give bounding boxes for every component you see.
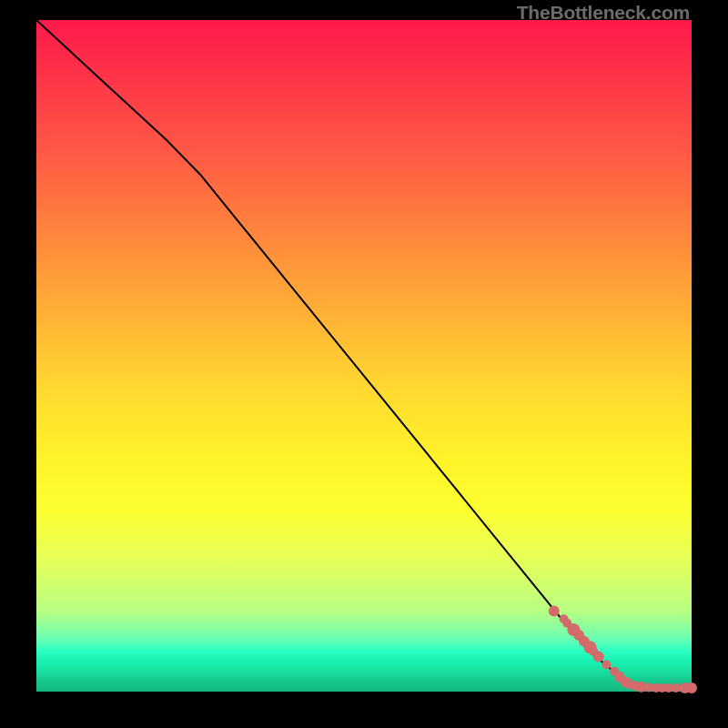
data-point — [686, 682, 697, 693]
curve-line — [36, 20, 692, 688]
scatter-points — [549, 605, 697, 693]
data-point — [549, 605, 560, 616]
curve-path — [36, 20, 692, 688]
data-point — [602, 660, 611, 669]
data-point — [593, 652, 604, 662]
chart-frame: TheBottleneck.com — [0, 0, 728, 728]
data-point — [672, 683, 681, 693]
chart-overlay — [36, 20, 692, 692]
